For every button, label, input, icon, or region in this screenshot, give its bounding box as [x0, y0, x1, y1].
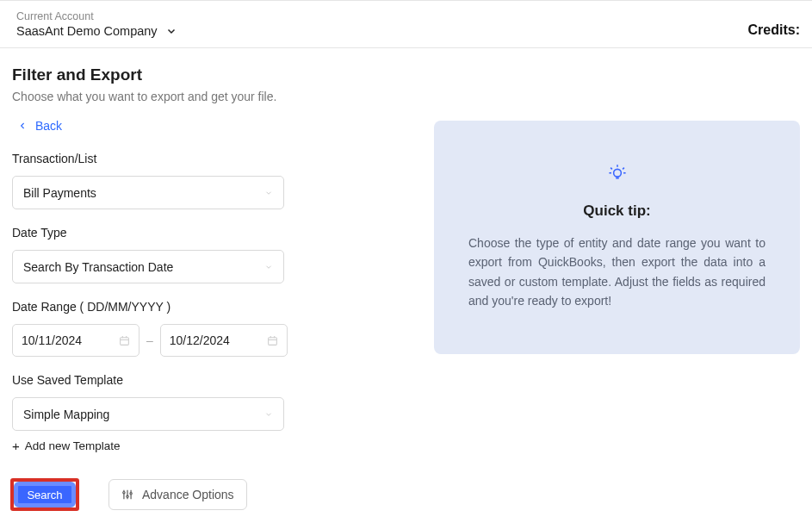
account-label: Current Account	[16, 10, 177, 22]
date-type-value: Search By Transaction Date	[23, 260, 173, 274]
lightbulb-icon	[605, 159, 629, 184]
svg-line-17	[623, 168, 624, 170]
page-title: Filter and Export	[12, 65, 417, 84]
transaction-label: Transaction/List	[12, 152, 417, 165]
chevron-down-icon	[264, 189, 273, 197]
top-bar: Current Account SaasAnt Demo Company Cre…	[0, 0, 812, 48]
back-link-text: Back	[35, 119, 62, 133]
sliders-icon	[121, 489, 133, 501]
chevron-left-icon	[19, 120, 27, 132]
action-buttons: Search Advance Options	[12, 478, 417, 511]
date-type-label: Date Type	[12, 226, 417, 240]
tip-icon-wrap	[468, 159, 766, 184]
back-link[interactable]: Back	[12, 119, 62, 133]
advance-options-label: Advance Options	[142, 488, 234, 501]
account-selector-block: Current Account SaasAnt Demo Company	[16, 10, 177, 38]
credits-label: Credits:	[748, 22, 800, 38]
plus-icon: +	[12, 439, 20, 452]
account-name: SaasAnt Demo Company	[16, 24, 158, 38]
chevron-down-icon	[264, 410, 273, 419]
svg-rect-4	[268, 337, 276, 345]
date-to-value: 10/12/2024	[170, 333, 230, 347]
transaction-value: Bill Payments	[23, 186, 96, 200]
date-from-input[interactable]: 10/11/2024	[12, 324, 139, 357]
add-template-link[interactable]: + Add new Template	[12, 439, 121, 452]
transaction-select[interactable]: Bill Payments	[12, 176, 284, 209]
search-highlight: Search	[10, 478, 79, 511]
date-type-select[interactable]: Search By Transaction Date	[12, 250, 284, 283]
main-content: Filter and Export Choose what you want t…	[0, 48, 812, 511]
account-selector[interactable]: SaasAnt Demo Company	[16, 24, 177, 38]
advance-options-button[interactable]: Advance Options	[108, 479, 247, 510]
svg-point-13	[130, 493, 132, 495]
tip-body: Choose the type of entity and date range…	[468, 233, 766, 311]
tip-title: Quick tip:	[468, 202, 766, 220]
svg-point-11	[127, 495, 128, 497]
svg-line-18	[611, 168, 612, 170]
template-select[interactable]: Simple Mapping	[12, 397, 284, 431]
search-button-label: Search	[27, 489, 62, 501]
template-field: Use Saved Template Simple Mapping + Add …	[12, 373, 417, 454]
page-subtitle: Choose what you want to export and get y…	[12, 90, 417, 103]
template-value: Simple Mapping	[23, 408, 109, 421]
date-range-field: Date Range ( DD/MM/YYYY ) 10/11/2024 – 1…	[12, 300, 417, 357]
add-template-text: Add new Template	[25, 439, 121, 452]
date-separator: –	[146, 333, 153, 347]
date-range-label: Date Range ( DD/MM/YYYY )	[12, 300, 417, 314]
template-label: Use Saved Template	[12, 373, 417, 387]
chevron-down-icon	[166, 26, 177, 36]
svg-rect-0	[121, 337, 129, 345]
filter-form: Filter and Export Choose what you want t…	[12, 65, 417, 511]
svg-point-9	[123, 492, 125, 494]
date-to-input[interactable]: 10/12/2024	[160, 324, 288, 357]
search-button[interactable]: Search	[14, 482, 76, 507]
date-type-field: Date Type Search By Transaction Date	[12, 226, 417, 283]
quick-tip-card: Quick tip: Choose the type of entity and…	[434, 121, 800, 354]
calendar-icon	[119, 335, 130, 346]
calendar-icon	[267, 335, 278, 346]
date-from-value: 10/11/2024	[22, 333, 82, 347]
svg-point-14	[613, 169, 621, 177]
date-range-row: 10/11/2024 – 10/12/2024	[12, 324, 417, 357]
transaction-field: Transaction/List Bill Payments	[12, 152, 417, 209]
chevron-down-icon	[264, 263, 273, 271]
